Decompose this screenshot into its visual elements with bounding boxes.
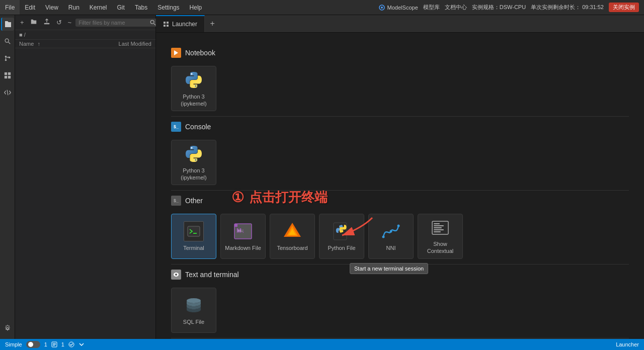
contextual-label: Show Contextual: [422, 240, 458, 255]
svg-point-25: [195, 85, 197, 86]
git-btn[interactable]: ~: [66, 18, 74, 27]
svg-rect-16: [44, 23, 49, 25]
docs-link[interactable]: 文档中心: [445, 4, 467, 11]
modelscope-logo: ModelScope: [378, 4, 418, 11]
svg-point-2: [5, 39, 9, 42]
notebook-section-title: Notebook: [185, 49, 215, 57]
search-icon: [150, 20, 156, 26]
markdown-item[interactable]: M↓ M↓ Markdown File: [220, 214, 266, 259]
section-notebook-header: Notebook: [171, 48, 629, 58]
python3-notebook-label: Python 3 (ipykernel): [176, 93, 212, 108]
menu-file[interactable]: File: [0, 0, 20, 15]
sep2: [171, 190, 629, 191]
svg-rect-22: [167, 25, 169, 27]
python-file-icon: [332, 221, 352, 241]
launcher-content: Notebook Python 3 (ipykernel): [156, 33, 644, 339]
menu-tabs[interactable]: Tabs: [130, 0, 152, 15]
svg-text:M↓: M↓: [236, 227, 245, 234]
sidebar-files-btn[interactable]: [1, 18, 14, 31]
menubar-right: ModelScope 模型库 文档中心 实例规格：DSW-CPU 单次实例剩余时…: [378, 3, 644, 12]
svg-point-49: [175, 274, 177, 276]
svg-point-1: [381, 7, 383, 9]
refresh-btn[interactable]: ↺: [54, 18, 64, 27]
svg-point-60: [69, 342, 74, 347]
python3-console-item[interactable]: Python 3 (ipykernel): [171, 140, 216, 185]
terminal-item[interactable]: Terminal: [171, 214, 216, 259]
section-console-header: $_ Console: [171, 122, 629, 132]
tensorboard-item[interactable]: Tensorboard: [270, 214, 315, 259]
nni-label: NNI: [386, 244, 396, 251]
python3-console-icon: [184, 144, 204, 164]
name-col-header[interactable]: Name ↑: [19, 41, 101, 47]
svg-rect-12: [8, 76, 10, 78]
new-folder-btn[interactable]: [28, 17, 39, 28]
svg-rect-45: [434, 227, 442, 228]
sidebar-settings-btn[interactable]: [1, 322, 14, 335]
python3-notebook-item[interactable]: Python 3 (ipykernel): [171, 66, 216, 111]
svg-rect-47: [434, 231, 441, 232]
statusbar-tab-label: Launcher: [616, 341, 639, 347]
svg-point-6: [8, 57, 10, 59]
svg-line-18: [154, 23, 155, 25]
python-file-item[interactable]: Python File: [319, 214, 364, 259]
terminal-label: Terminal: [183, 244, 204, 251]
contextual-item[interactable]: Show Contextual: [418, 214, 463, 259]
model-lib[interactable]: 模型库: [423, 4, 440, 11]
svg-point-24: [191, 73, 193, 74]
svg-point-39: [382, 235, 385, 238]
simple-toggle[interactable]: [26, 341, 40, 348]
menu-view[interactable]: View: [40, 0, 63, 15]
launcher-tab-icon: [163, 21, 169, 27]
code-icon: [78, 341, 85, 347]
tab-bar: Launcher +: [156, 15, 644, 33]
svg-point-26: [191, 147, 193, 148]
section-other-header: $_ Other: [171, 196, 629, 206]
svg-line-8: [7, 57, 9, 57]
svg-point-41: [397, 224, 400, 227]
search-input[interactable]: [78, 20, 148, 26]
svg-point-17: [150, 20, 154, 24]
sidebar-search-btn[interactable]: [1, 35, 14, 48]
menu-settings[interactable]: Settings: [152, 0, 184, 15]
check-icon: [68, 341, 74, 347]
nni-item[interactable]: NNI: [368, 214, 414, 259]
menu-run[interactable]: Run: [63, 0, 85, 15]
svg-rect-44: [434, 225, 444, 226]
file-list: [15, 48, 155, 339]
svg-rect-11: [4, 76, 7, 78]
svg-point-40: [390, 230, 392, 232]
menubar: File Edit View Run Kernel Git Tabs Setti…: [0, 0, 644, 15]
sidebar-git-btn[interactable]: [1, 52, 14, 65]
svg-line-3: [8, 42, 10, 44]
tab-launcher[interactable]: Launcher: [156, 15, 205, 32]
markdown-icon: M↓ M↓: [233, 221, 253, 241]
svg-point-4: [5, 56, 7, 58]
main-layout: + ↺ ~ ■ / Name ↑ Last Modified: [0, 15, 644, 339]
menu-kernel[interactable]: Kernel: [85, 0, 112, 15]
console-icon-grid: Python 3 (ipykernel): [171, 140, 629, 185]
menu-help[interactable]: Help: [185, 0, 207, 15]
modelscope-title: ModelScope: [387, 5, 418, 11]
sidebar-code-btn[interactable]: [1, 86, 14, 99]
svg-rect-10: [8, 72, 10, 75]
sep3: [171, 264, 629, 265]
other-section-icon: $_: [171, 196, 181, 206]
menu-git[interactable]: Git: [112, 0, 130, 15]
menu-edit[interactable]: Edit: [20, 0, 40, 15]
svg-rect-46: [434, 229, 444, 230]
ln-icon: [51, 341, 57, 347]
instance-spec: 实例规格：DSW-CPU: [472, 4, 526, 11]
sql-item[interactable]: SQL File: [171, 288, 216, 333]
modified-col-header[interactable]: Last Modified: [101, 41, 151, 47]
close-instance-button[interactable]: 关闭实例: [609, 3, 639, 12]
search-box: [75, 19, 159, 27]
tab-add-btn[interactable]: +: [205, 15, 220, 32]
python-file-label: Python File: [328, 244, 355, 251]
console-section-icon: $_: [171, 122, 181, 132]
markdown-label: Markdown File: [225, 244, 261, 251]
new-file-btn[interactable]: +: [18, 18, 26, 27]
sidebar-extensions-btn[interactable]: [1, 69, 14, 82]
upload-btn[interactable]: [41, 17, 52, 28]
sql-icon: [184, 295, 204, 315]
statusbar-right: Launcher: [616, 341, 639, 347]
